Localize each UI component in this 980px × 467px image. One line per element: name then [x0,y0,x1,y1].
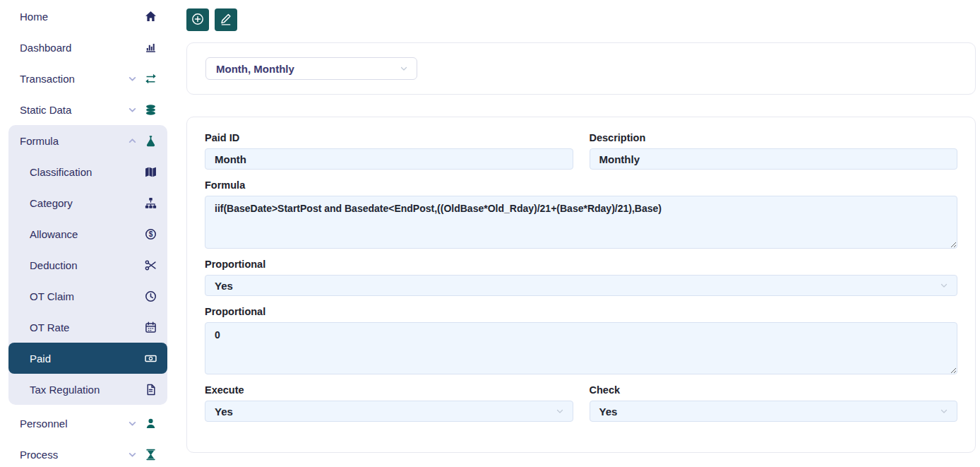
chevron-down-icon [556,407,564,415]
sidebar-item-ot-claim[interactable]: OT Claim [8,280,167,312]
execute-field-group: Execute Yes [205,384,573,422]
sidebar-item-classification[interactable]: Classification [8,156,167,187]
paid-filter-select[interactable]: Month, Monthly [205,57,417,80]
check-select[interactable]: Yes [590,401,958,422]
sidebar-item-ot-rate[interactable]: OT Rate [8,312,167,343]
edit-pencil-icon [220,13,232,28]
paid-form-card: Paid ID Description Formula iif(BaseDate… [186,117,976,453]
check-select-value: Yes [599,406,618,418]
sidebar-item-label: Deduction [30,259,145,271]
sidebar-item-allowance[interactable]: Allowance$ [8,218,167,249]
sidebar-item-label: Personnel [20,418,128,430]
sidebar-item-paid[interactable]: Paid [8,343,167,374]
calendar-icon [145,321,157,333]
sidebar-item-deduction[interactable]: Deduction [8,249,167,280]
paid-id-label: Paid ID [205,132,573,143]
edit-button[interactable] [215,8,237,31]
execute-select[interactable]: Yes [205,401,573,422]
sidebar-item-label: Category [30,197,145,209]
map-icon [145,166,157,178]
sidebar-item-label: Formula [20,135,128,147]
sitemap-icon [145,197,157,209]
sidebar-item-label: Transaction [20,73,128,85]
proportional-select-value: Yes [215,280,233,292]
chevron-down-icon [400,64,408,73]
sidebar-item-personnel[interactable]: Personnel [8,408,167,439]
chevron-down-icon [940,407,948,415]
description-input[interactable] [590,148,958,170]
sidebar-item-label: Classification [30,166,145,178]
clock-icon [145,290,157,302]
sidebar-item-home[interactable]: Home [8,1,167,32]
scissors-icon [145,259,157,271]
chevron-down-icon [128,450,137,459]
paid-id-field-group: Paid ID [205,132,573,170]
sidebar-item-static-data[interactable]: Static Data [8,94,167,125]
proportional-label: Proportional [205,259,957,270]
sidebar-nav: HomeDashboardTransactionStatic DataFormu… [0,0,177,467]
formula-submenu-group: FormulaClassificationCategoryAllowance$D… [8,125,167,405]
chevron-down-icon [128,74,137,83]
description-field-group: Description [590,132,958,170]
proportional-textarea[interactable]: 0 [205,322,957,374]
sidebar-item-label: Tax Regulation [30,384,145,396]
sidebar-item-label: Static Data [20,104,128,116]
plus-circle-icon [191,13,204,28]
sidebar-item-category[interactable]: Category [8,187,167,218]
database-icon [145,104,157,116]
banknote-icon [145,353,157,365]
transfer-arrows-icon [145,73,157,85]
chevron-down-icon [128,419,137,428]
chevron-up-icon [128,136,137,146]
sidebar-item-process[interactable]: Process [8,439,167,467]
sidebar-item-label: OT Rate [30,321,145,333]
home-icon [145,11,157,23]
sidebar-item-formula[interactable]: Formula [8,125,167,156]
main-content: Month, Monthly Paid ID Description Formu… [177,0,980,467]
svg-text:$: $ [149,230,153,237]
filter-card: Month, Monthly [186,42,976,95]
paid-filter-select-value: Month, Monthly [216,63,294,75]
sidebar-item-dashboard[interactable]: Dashboard [8,32,167,63]
sidebar-item-label: Home [20,11,145,23]
sidebar-item-label: OT Claim [30,290,145,302]
proportional-select[interactable]: Yes [205,275,957,296]
formula-textarea[interactable]: iif(BaseDate>StartPost and Basedate<EndP… [205,196,957,249]
check-field-group: Check Yes [590,384,958,422]
sidebar-item-label: Paid [30,353,145,365]
check-label: Check [590,384,958,396]
add-button[interactable] [186,8,209,31]
formula-field-group: Formula iif(BaseDate>StartPost and Based… [205,179,957,249]
dollar-circle-icon: $ [145,228,157,240]
flask-icon [145,135,157,147]
sidebar-item-label: Dashboard [20,42,145,54]
chevron-down-icon [940,281,948,290]
toolbar [186,8,976,31]
document-icon [145,384,157,396]
proportional-text-label: Proportional [205,306,957,317]
chevron-down-icon [128,105,137,114]
bar-chart-icon [145,42,157,54]
sidebar-item-transaction[interactable]: Transaction [8,63,167,94]
proportional-select-group: Proportional Yes [205,259,957,296]
description-label: Description [590,132,958,143]
execute-select-value: Yes [215,406,233,418]
execute-check-row: Execute Yes Check Yes [205,384,957,422]
proportional-text-group: Proportional 0 [205,306,957,374]
paid-id-input[interactable] [205,148,573,170]
hourglass-icon [145,449,157,461]
person-icon [145,418,157,430]
sidebar-item-tax-regulation[interactable]: Tax Regulation [8,374,167,405]
sidebar-item-label: Allowance [30,228,145,240]
execute-label: Execute [205,384,573,396]
formula-label: Formula [205,179,957,191]
sidebar-item-label: Process [20,449,128,461]
